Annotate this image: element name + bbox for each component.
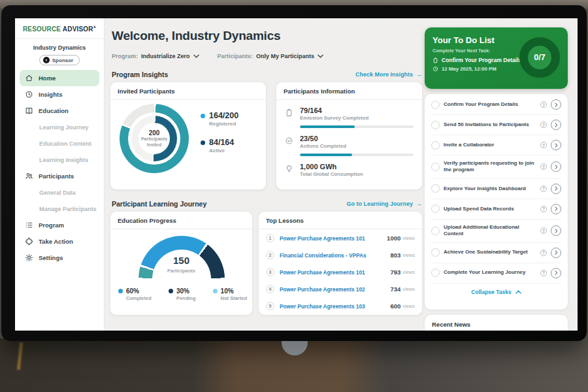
sidebar-item-home[interactable]: Home [20, 70, 99, 86]
recent-news-card: Recent News [425, 315, 568, 331]
education-progress-card: Education Progress 150 Participants 60% [110, 212, 252, 315]
info-value: 23/50 [300, 135, 414, 142]
sidebar-item-general-data[interactable]: General Data [15, 184, 104, 201]
lightbulb-icon [285, 164, 293, 172]
sidebar-divider [15, 39, 104, 39]
info-icon[interactable]: ? [540, 206, 547, 212]
lesson-link[interactable]: Financial Considerations - VPPAs [280, 252, 390, 259]
checkbox[interactable] [431, 184, 440, 193]
info-icon[interactable]: ? [540, 163, 547, 170]
info-icon[interactable]: ? [540, 227, 547, 234]
sidebar-item-program[interactable]: Program [15, 217, 104, 233]
chevron-right-button[interactable] [551, 268, 561, 278]
invited-participants-card: Invited Participants 200 Participants In… [110, 82, 266, 189]
rank-badge: 4 [266, 285, 274, 293]
info-icon[interactable]: ? [540, 122, 547, 128]
lesson-row: 3 Power Purchase Agreements 101 793 view… [259, 264, 422, 280]
page-title: Welcome, Industry Dynamics [112, 29, 280, 43]
arrow-right-icon: → [416, 71, 422, 78]
info-icon[interactable]: ? [540, 250, 547, 256]
info-icon[interactable]: ? [540, 270, 547, 276]
lesson-link[interactable]: Power Purchase Agreements 101 [280, 235, 387, 242]
chevron-right-button[interactable] [551, 204, 561, 214]
home-icon [25, 74, 33, 82]
lesson-row: 4 Power Purchase Agreements 102 734 view… [259, 281, 422, 297]
sidebar-item-label: General Data [39, 189, 76, 196]
donut-inner-ring: 200 Participants Invited [131, 116, 177, 161]
checkbox[interactable] [431, 227, 440, 235]
sidebar-item-education[interactable]: Education [15, 103, 104, 119]
info-label: Actions Completed [300, 143, 414, 149]
donut-center-label: Participants Invited [139, 137, 169, 147]
screenshot-stage: RESOURCE ADVISOR+ Industry Dynamics Spon… [0, 0, 588, 392]
insights-icon [25, 90, 33, 99]
sidebar-item-learning-insights[interactable]: Learning Insights [15, 152, 104, 168]
sidebar-item-insights[interactable]: Insights [15, 86, 104, 103]
task-row-verify-participants: Verify participants requesting to join t… [431, 155, 561, 179]
legend-dot [201, 140, 205, 145]
legend-label: Active [209, 148, 238, 154]
info-label: Emission Survey Completed [300, 115, 414, 121]
program-filter-dropdown[interactable]: Program: Industrialize Zero [112, 53, 199, 59]
lesson-link[interactable]: Power Purchase Agreements 102 [280, 286, 390, 293]
task-label: Explore Your Insights Dashboard [444, 186, 536, 192]
info-row-actions: 23/50 Actions Completed [276, 128, 422, 156]
chevron-right-button[interactable] [551, 248, 561, 258]
sidebar-item-label: Learning Journey [39, 124, 89, 131]
chevron-right-button[interactable] [551, 140, 561, 150]
participants-filter-label: Participants: [218, 53, 253, 59]
list-icon [25, 221, 33, 229]
checkbox[interactable] [431, 163, 440, 171]
info-icon[interactable]: ? [540, 142, 547, 148]
task-row-complete-learning-journey: Complete Your Learning Journey ? [431, 263, 561, 284]
chevron-right-button[interactable] [551, 120, 561, 130]
sidebar-item-label: Program [39, 221, 64, 229]
lesson-link[interactable]: Power Purchase Agreements 101 [280, 269, 390, 276]
sidebar-item-participants[interactable]: Participants [15, 168, 104, 184]
collapse-tasks-link[interactable]: Collapse Tasks [431, 284, 561, 299]
legend-value: 164/200 [209, 111, 238, 120]
sidebar-item-education-content[interactable]: Education Content [15, 135, 104, 152]
sidebar-item-learning-journey[interactable]: Learning Journey [15, 119, 104, 135]
go-to-learning-journey-link[interactable]: Go to Learning Journey → [346, 201, 422, 207]
sidebar-item-take-action[interactable]: Take Action [15, 233, 104, 250]
checkbox[interactable] [431, 141, 440, 150]
views-count: 793 [390, 269, 400, 276]
chevron-right-button[interactable] [551, 99, 561, 110]
lesson-row: 1 Power Purchase Agreements 101 1000 vie… [259, 230, 422, 246]
main-content: Welcome, Industry Dynamics Program: Indu… [105, 18, 423, 331]
lesson-link[interactable]: Power Purchase Agreements 103 [280, 303, 390, 310]
info-label: Total Global Consumption [300, 171, 414, 177]
participants-filter-dropdown[interactable]: Participants: Only My Participants [218, 53, 324, 59]
task-label: Invite a Collaborator [444, 142, 536, 148]
chevron-right-button[interactable] [551, 225, 561, 236]
checkbox[interactable] [431, 248, 440, 257]
lesson-row: 2 Financial Considerations - VPPAs 803 v… [259, 247, 422, 263]
task-row-achieve-sustainability-target: Achieve One Sustainability Target ? [431, 243, 561, 263]
legend-label: Completed [126, 295, 152, 301]
legend-value: 30% [176, 287, 189, 295]
sponsor-badge[interactable]: Sponsor [39, 55, 80, 65]
sidebar-item-manage-participants[interactable]: Manage Participants [15, 201, 104, 217]
task-label: Upload Additional Educational Content [444, 224, 536, 238]
info-icon[interactable]: ? [540, 101, 547, 108]
sidebar-item-settings[interactable]: Settings [15, 250, 104, 266]
collapse-label: Collapse Tasks [471, 289, 511, 295]
legend-item-not-started: 10% Not Started [213, 287, 247, 301]
check-more-insights-link[interactable]: Check More Insights → [355, 71, 422, 78]
legend-item-registered: 164/200 Registered [201, 111, 238, 127]
checkbox[interactable] [431, 121, 440, 129]
section-title: Participant Learning Journey [112, 200, 206, 208]
chevron-right-button[interactable] [551, 161, 561, 172]
clipboard-icon [433, 57, 438, 63]
book-icon [25, 106, 33, 115]
checkbox[interactable] [431, 269, 440, 277]
sidebar-item-label: Participants [39, 172, 74, 180]
chevron-right-button[interactable] [551, 184, 561, 194]
gauge-legend: 60% Completed 30% Pending [118, 287, 247, 301]
info-icon[interactable]: ? [540, 186, 547, 192]
views-suffix: views [402, 269, 415, 275]
brand-logo: RESOURCE ADVISOR+ [15, 25, 104, 33]
checkbox[interactable] [431, 101, 440, 109]
checkbox[interactable] [431, 204, 440, 213]
